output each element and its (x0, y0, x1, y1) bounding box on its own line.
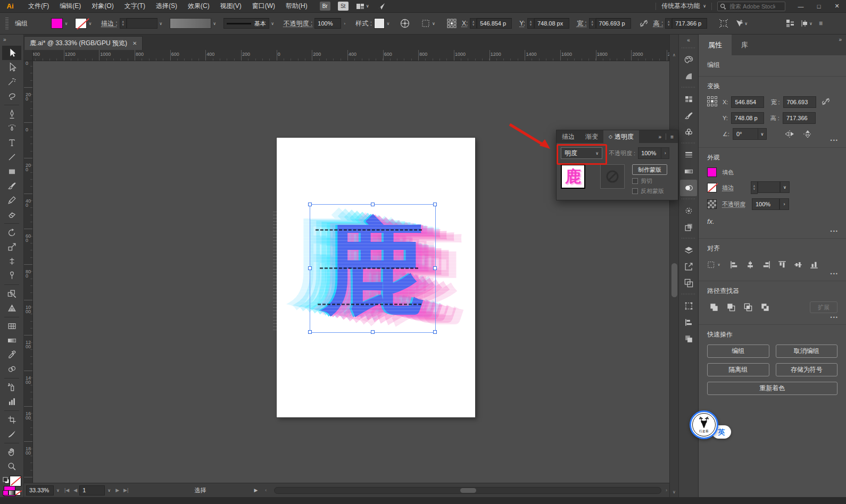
direct-selection-tool[interactable] (2, 60, 21, 74)
color-button[interactable] (3, 490, 9, 495)
height-label[interactable]: 高 : (653, 19, 663, 28)
scroll-down-icon[interactable]: ∨ (670, 488, 678, 496)
quick-action-button-2[interactable]: 隔离组 (707, 363, 769, 376)
make-mask-button[interactable]: 制作蒙版 (632, 164, 667, 175)
rotate-tool[interactable] (2, 225, 21, 240)
vertical-align-center-button[interactable] (791, 258, 805, 271)
artboard-tool[interactable] (2, 413, 21, 427)
vertical-align-top-button[interactable] (775, 258, 789, 271)
transform-panel-icon[interactable] (680, 298, 697, 314)
selection-handle[interactable] (371, 330, 375, 334)
document-tab[interactable]: 鹿.ai* @ 33.33% (RGB/GPU 预览) ✕ (24, 36, 143, 50)
panel-menu-icon[interactable]: ≡ (670, 134, 674, 140)
x-stepper[interactable]: ∧∨ (470, 18, 477, 29)
transform-options-icon[interactable] (719, 19, 728, 28)
zoom-tool[interactable] (2, 459, 21, 474)
opacity-expand-icon[interactable]: › (341, 18, 348, 29)
artboards-panel-icon[interactable] (680, 275, 697, 291)
y-stepper[interactable]: ∧∨ (527, 18, 534, 29)
stroke-weight-stepper[interactable]: ∧∨ (120, 18, 127, 29)
minimize-button[interactable]: — (792, 0, 810, 12)
opacity-label[interactable]: 不透明度 : (284, 19, 313, 28)
stroke-weight-field[interactable] (127, 18, 157, 29)
menu-item-2[interactable]: 对象(O) (87, 0, 118, 12)
hand-tool[interactable] (2, 445, 21, 459)
fill-chevron-icon[interactable]: ∨ (63, 18, 70, 29)
selection-handle[interactable] (308, 330, 312, 334)
control-menu-icon[interactable]: ≡ (819, 20, 823, 27)
bridge-button[interactable]: Br (320, 2, 330, 11)
scroll-left-icon[interactable]: ‹ (265, 488, 267, 493)
blend-tool[interactable] (2, 362, 21, 376)
pathfinder-panel-icon[interactable] (680, 331, 697, 347)
pathfinder-more-options[interactable]: ••• (831, 315, 839, 320)
x-label[interactable]: X: (462, 20, 468, 27)
stroke-color-swatch[interactable] (75, 18, 87, 29)
color-guide-panel-icon[interactable] (680, 68, 697, 85)
reference-point-locator[interactable] (707, 96, 717, 140)
stock-button[interactable]: St (338, 2, 349, 11)
menu-item-1[interactable]: 编辑(E) (55, 0, 86, 12)
last-artboard-icon[interactable]: ▶| (123, 488, 128, 493)
eyedropper-tool[interactable] (2, 348, 21, 362)
selection-bounding-box[interactable] (310, 205, 435, 332)
layers-panel-icon[interactable] (680, 242, 697, 258)
scale-tool[interactable] (2, 240, 21, 254)
tp-opacity-expand-icon[interactable]: › (661, 147, 669, 159)
pathfinder-intersect-button[interactable] (741, 301, 755, 314)
flip-horizontal-icon[interactable] (785, 130, 794, 138)
quick-action-button-0[interactable]: 编组 (707, 345, 769, 358)
style-chevron-icon[interactable]: ∨ (385, 18, 392, 29)
opacity-expand-icon[interactable]: › (779, 198, 789, 210)
vertical-scrollbar[interactable]: ∧ ∨ (669, 35, 678, 497)
panel-drag-handle[interactable] (5, 18, 9, 29)
menu-item-7[interactable]: 窗口(W) (247, 0, 280, 12)
next-artboard-icon[interactable]: ▶ (115, 488, 119, 493)
pathfinder-unite-button[interactable] (707, 301, 721, 314)
magic-wand-tool[interactable] (2, 74, 21, 89)
zoom-chevron-icon[interactable]: ∨ (54, 488, 62, 493)
shape-builder-tool[interactable] (2, 287, 21, 301)
tab-close-icon[interactable]: ✕ (132, 40, 137, 46)
workspace-switcher[interactable]: 传统基本功能 ∨ (661, 2, 706, 11)
opacity-field[interactable]: 100% (752, 198, 779, 210)
style-swatch[interactable] (374, 18, 385, 29)
line-segment-tool[interactable] (2, 150, 21, 164)
tp-opacity-field[interactable]: 100% (638, 147, 661, 159)
pathfinder-minus-front-button[interactable] (724, 301, 738, 314)
object-thumbnail[interactable]: 鹿 (561, 164, 585, 189)
clip-checkbox[interactable]: 剪切 (632, 177, 667, 185)
brush-definition-dropdown[interactable]: 基本 (223, 18, 269, 29)
opacity-label[interactable]: 不透明度 (722, 200, 745, 208)
selection-handle[interactable] (308, 266, 312, 270)
tp-tab-2[interactable]: ◇透明度 (603, 130, 639, 143)
strip-collapse-icon[interactable]: « (687, 35, 690, 45)
gradient-panel-icon[interactable] (680, 163, 697, 180)
type-tool[interactable] (2, 136, 21, 150)
flip-vertical-icon[interactable] (803, 130, 812, 138)
align-to-selection-dropdown[interactable]: ∨ (707, 258, 721, 271)
recolor-artwork-icon[interactable] (400, 19, 410, 28)
canvas[interactable]: 鹿 鹿 鹿 (33, 61, 669, 483)
stroke-weight-chevron-icon[interactable]: ∨ (780, 181, 790, 193)
horizontal-align-right-button[interactable] (759, 258, 773, 271)
horizontal-scroll-thumb[interactable] (460, 488, 476, 493)
tab-libraries[interactable]: 库 (732, 35, 758, 55)
mask-thumbnail-empty[interactable] (600, 164, 625, 189)
vertical-scroll-thumb[interactable] (671, 263, 677, 297)
ruler-origin-corner[interactable] (24, 50, 33, 61)
close-button[interactable]: ✕ (828, 0, 846, 12)
y-field[interactable]: 748.08 px (534, 18, 569, 29)
stroke-weight-field[interactable] (758, 181, 780, 193)
menu-item-3[interactable]: 文字(T) (120, 0, 150, 12)
vertical-align-bottom-button[interactable] (807, 258, 821, 271)
panel-collapse-icon[interactable]: » (839, 35, 846, 55)
horizontal-align-center-button[interactable] (743, 258, 757, 271)
appearance-panel-icon[interactable] (680, 203, 697, 219)
gradient-button[interactable] (9, 490, 14, 495)
slice-tool[interactable] (2, 427, 21, 441)
status-play-icon[interactable]: ▶ (254, 488, 258, 493)
constrain-proportions-icon[interactable] (640, 19, 648, 28)
width-stepper[interactable]: ∧∨ (589, 18, 596, 29)
color-panel-icon[interactable] (680, 52, 697, 68)
